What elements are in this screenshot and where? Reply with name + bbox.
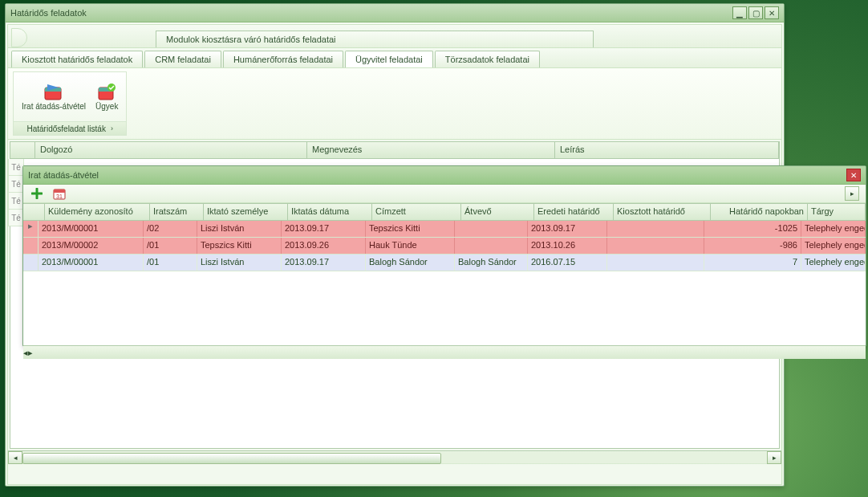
add-button[interactable] <box>30 186 44 201</box>
minimize-button[interactable]: ▁ <box>732 6 747 19</box>
tab-kiosztott[interactable]: Kiosztott határidős feladatok <box>11 51 143 67</box>
col-leiras[interactable]: Leírás <box>555 142 779 158</box>
cell-tg: Telephely engedélyeztetés <box>801 238 866 254</box>
ribbon-btn-label: Irat átadás-átvétel <box>22 102 86 111</box>
cell-at <box>455 238 528 254</box>
col-kiosztott-hatarido[interactable]: Kiosztott határidő <box>614 204 711 220</box>
chevron-right-icon: › <box>111 124 113 132</box>
cell-id: 2013/M/00002 <box>39 238 144 254</box>
cell-ir: /01 <box>144 238 197 254</box>
row-selector-header[interactable] <box>10 142 35 158</box>
table-row[interactable]: 2013/M/00001/01Liszi István2013.09.17Bal… <box>23 255 866 271</box>
col-hatarido-napokban[interactable]: Határidő napokban <box>711 204 808 220</box>
calendar-icon: 31 <box>53 187 66 200</box>
row-selector[interactable] <box>23 238 39 254</box>
scroll-right-button[interactable]: ▸ <box>767 451 781 464</box>
ribbon-btn-ugyek[interactable]: Ügyek <box>95 83 118 111</box>
main-hscrollbar[interactable]: ◂ ▸ <box>8 450 781 464</box>
sub-close-button[interactable]: ✕ <box>846 169 861 181</box>
sub-grid-header: Küldemény azonosító Iratszám Iktató szem… <box>23 203 866 221</box>
col-dolgozo[interactable]: Dolgozó <box>35 142 307 158</box>
col-iktatas-datuma[interactable]: Iktatás dátuma <box>288 204 372 220</box>
plus-icon <box>31 188 43 199</box>
cell-eh: 2013.10.26 <box>528 238 607 254</box>
cell-eh: 2013.09.17 <box>528 221 607 237</box>
col-iratszam[interactable]: Iratszám <box>150 204 204 220</box>
sub-grid: Küldemény azonosító Iratszám Iktató szem… <box>23 203 866 345</box>
tab-crm[interactable]: CRM feladatai <box>144 51 221 67</box>
cell-cm: Tepszics Kitti <box>366 221 455 237</box>
ribbon-btn-label: Ügyek <box>95 102 118 111</box>
cell-dt: 2013.09.17 <box>282 221 366 237</box>
calendar-button[interactable]: 31 <box>52 186 67 201</box>
main-grid-row-stubs: Té Té Té Té <box>8 159 24 226</box>
sub-toolbar: 31 ▸ <box>23 185 866 203</box>
sub-window: Irat átadás-átvétel ✕ 31 ▸ Küldemény azo… <box>22 165 866 347</box>
col-iktato[interactable]: Iktató személye <box>204 204 288 220</box>
svg-rect-6 <box>54 189 65 193</box>
cell-ik: Tepszics Kitti <box>197 238 282 254</box>
tab-group-label: Modulok kiosztásra váró határidős felada… <box>156 31 594 47</box>
col-targy[interactable]: Tárgy <box>808 204 866 220</box>
tab-torzsadatok[interactable]: Törzsadatok feladatai <box>435 51 540 67</box>
main-title: Határidős feladatok <box>10 8 87 18</box>
cell-kh <box>607 255 704 271</box>
table-row[interactable]: ▸2013/M/00001/02Liszi István2013.09.17Te… <box>23 221 866 238</box>
close-button[interactable]: ✕ <box>765 6 779 19</box>
calendar-transfer-icon <box>43 83 65 102</box>
cell-cm: Balogh Sándor <box>366 255 455 271</box>
cell-ik: Liszi István <box>197 255 282 271</box>
cell-tg: Telephely engedélyeztetés <box>801 255 866 271</box>
row-selector[interactable] <box>23 255 39 271</box>
col-cimzett[interactable]: Címzett <box>372 204 461 220</box>
scroll-left-button[interactable]: ◂ <box>8 451 22 464</box>
row-selector-header[interactable] <box>23 204 45 220</box>
col-eredeti-hatarido[interactable]: Eredeti határidő <box>534 204 614 220</box>
calendar-ok-icon <box>95 83 118 102</box>
cell-kh <box>607 221 704 237</box>
cell-id: 2013/M/00001 <box>39 255 144 271</box>
cell-hn: -986 <box>704 238 801 254</box>
row-selector[interactable]: ▸ <box>23 221 39 237</box>
cell-ir: /02 <box>144 221 197 237</box>
tab-ugyvitel[interactable]: Ügyvitel feladatai <box>345 51 433 67</box>
tab-humaneroforras[interactable]: Humánerőforrás feladatai <box>223 51 343 67</box>
scroll-right-toolbar-button[interactable]: ▸ <box>845 186 859 201</box>
cell-ik: Liszi István <box>197 221 282 237</box>
ribbon-group-hataridos: Irat átadás-átvétel Ügyek Határidősfelad… <box>13 71 127 136</box>
cell-eh: 2016.07.15 <box>528 255 607 271</box>
sub-titlebar[interactable]: Irat átadás-átvétel ✕ <box>23 166 866 185</box>
sub-hscrollbar[interactable]: ◂ ▸ <box>23 345 866 359</box>
ribbon-group-label[interactable]: Határidősfeladat listák› <box>14 121 126 135</box>
col-atvevo[interactable]: Átvevő <box>461 204 534 220</box>
svg-text:31: 31 <box>56 194 63 199</box>
col-megnevezes[interactable]: Megnevezés <box>307 142 555 158</box>
cell-cm: Hauk Tünde <box>366 238 455 254</box>
ribbon: Irat átadás-átvétel Ügyek Határidősfelad… <box>8 68 781 140</box>
cell-at: Balogh Sándor <box>455 255 528 271</box>
scroll-right-button[interactable]: ▸ <box>28 348 33 358</box>
cell-hn: -1025 <box>704 221 801 237</box>
table-row[interactable]: 2013/M/00002/01Tepszics Kitti2013.09.26H… <box>23 238 866 255</box>
ribbon-wedge[interactable] <box>11 28 27 47</box>
cell-dt: 2013.09.17 <box>282 255 366 271</box>
cell-kh <box>607 238 704 254</box>
ribbon-btn-irat-atadas[interactable]: Irat átadás-átvétel <box>22 83 86 111</box>
cell-dt: 2013.09.26 <box>282 238 366 254</box>
col-kuldemeny[interactable]: Küldemény azonosító <box>45 204 150 220</box>
cell-id: 2013/M/00001 <box>39 221 144 237</box>
cell-ir: /01 <box>144 255 197 271</box>
main-titlebar[interactable]: Határidős feladatok ▁ ▢ ✕ <box>6 4 784 22</box>
cell-at <box>455 221 528 237</box>
cell-tg: Telephely engedélyeztetés melléklet <box>801 221 866 237</box>
sub-title: Irat átadás-átvétel <box>28 170 99 180</box>
maximize-button[interactable]: ▢ <box>748 6 763 19</box>
cell-hn: 7 <box>704 255 801 271</box>
